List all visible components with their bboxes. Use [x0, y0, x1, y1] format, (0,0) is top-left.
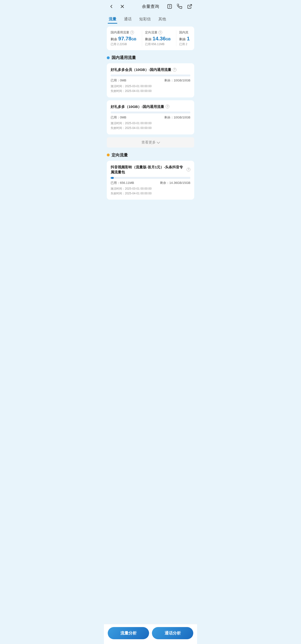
show-more-label: 查看更多 [141, 140, 156, 145]
svg-text:?: ? [169, 5, 170, 8]
svg-line-4 [189, 4, 192, 7]
package-name-1: 好礼多多会员（10GB）-国内通用流量 ? [111, 67, 190, 72]
pkg2-progress-bar [111, 112, 190, 114]
traffic-analysis-button[interactable]: 流量分析 [108, 627, 149, 639]
top-bar: 余量查询 ? [104, 0, 197, 13]
pkg3-used: 已用：656.11MB [111, 181, 134, 185]
pkg3-progress-bar [111, 177, 190, 179]
pkg3-time: 激活时间：2025-03-01 00:00:00 失效时间：2025-04-01… [111, 186, 190, 196]
call-analysis-button[interactable]: 通话分析 [152, 627, 193, 639]
pkg3-remaining: 剩余：14.36GB/15GB [160, 181, 190, 185]
package-card-3: 抖音视频彩铃（流量版-首月1元）-头条抖音专属流量包 ? 已用：656.11MB… [107, 161, 194, 200]
pkg2-stats: 已用：0MB 剩余：10GB/10GB [111, 115, 190, 120]
summary-domestic-label: 国内通用流量 ? [111, 30, 140, 34]
summary-domestic-value: 剩余 97.78GB [111, 36, 140, 42]
pkg3-help-icon[interactable]: ? [187, 168, 190, 172]
summary-other-used: 已用 2 [179, 42, 190, 46]
directional-section-title: 定向流量 [112, 152, 128, 158]
service-button[interactable] [176, 3, 183, 10]
tab-call[interactable]: 通话 [123, 15, 133, 24]
pkg1-remaining: 剩余：10GB/10GB [164, 78, 190, 82]
show-more-button[interactable]: 查看更多 [107, 137, 194, 148]
pkg1-used: 已用：0MB [111, 78, 126, 82]
pkg3-expire: 失效时间：2025-04-01 00:00:00 [111, 191, 190, 196]
summary-directional: 定向流量 ? 剩余 14.36GB 已用 656.11MB [142, 30, 174, 46]
top-bar-left [108, 3, 126, 10]
pkg1-activate: 激活时间：2025-03-01 00:00:00 [111, 84, 190, 88]
summary-domestic-used: 已用 2.22GB [111, 42, 140, 46]
close-button[interactable] [119, 3, 126, 10]
pkg2-help-icon[interactable]: ? [166, 104, 169, 108]
summary-other: 国内其 剩余 1 已用 2 [176, 30, 190, 46]
top-bar-right: ? [166, 3, 193, 10]
summary-other-value: 剩余 1 [179, 36, 190, 42]
pkg2-used: 已用：0MB [111, 115, 126, 120]
pkg1-time: 激活时间：2025-03-01 00:00:00 失效时间：2025-04-01… [111, 84, 190, 94]
package-name-2: 好礼多多（10GB）-国内通用流量 ? [111, 104, 190, 109]
pkg3-activate: 激活时间：2025-03-01 00:00:00 [111, 186, 190, 191]
bottom-bar: 流量分析 通话分析 [104, 624, 197, 644]
summary-domestic: 国内通用流量 ? 剩余 97.78GB 已用 2.22GB [111, 30, 140, 46]
pkg1-progress-bar [111, 74, 190, 76]
domestic-section-title: 国内通用流量 [112, 55, 136, 60]
summary-directional-label: 定向流量 ? [145, 30, 174, 34]
back-button[interactable] [108, 3, 115, 10]
package-card-2: 好礼多多（10GB）-国内通用流量 ? 已用：0MB 剩余：10GB/10GB … [107, 100, 194, 134]
pkg2-remaining: 剩余：10GB/10GB [164, 115, 190, 120]
pkg1-stats: 已用：0MB 剩余：10GB/10GB [111, 78, 190, 82]
package-card-1: 好礼多多会员（10GB）-国内通用流量 ? 已用：0MB 剩余：10GB/10G… [107, 63, 194, 98]
tab-other[interactable]: 其他 [157, 15, 167, 24]
summary-directional-help-icon[interactable]: ? [158, 30, 162, 34]
pkg3-progress-fill [111, 177, 114, 179]
directional-dot [107, 154, 110, 156]
pkg1-expire: 失效时间：2025-04-01 00:00:00 [111, 88, 190, 93]
main-content: 国内通用流量 好礼多多会员（10GB）-国内通用流量 ? 已用：0MB 剩余：1… [104, 55, 197, 226]
chevron-down-icon [157, 140, 160, 144]
page-title: 余量查询 [142, 4, 159, 9]
pkg2-activate: 激活时间：2025-03-01 00:00:00 [111, 121, 190, 126]
directional-section-header: 定向流量 [107, 152, 194, 158]
summary-directional-used: 已用 656.11MB [145, 42, 174, 46]
share-button[interactable] [186, 3, 193, 10]
pkg2-expire: 失效时间：2025-04-01 00:00:00 [111, 126, 190, 130]
pkg3-stats: 已用：656.11MB 剩余：14.36GB/15GB [111, 181, 190, 185]
summary-card: 国内通用流量 ? 剩余 97.78GB 已用 2.22GB 定向流量 ? 剩余 … [107, 26, 194, 50]
domestic-section-header: 国内通用流量 [107, 55, 194, 60]
summary-other-label: 国内其 [179, 30, 190, 34]
package-name-3: 抖音视频彩铃（流量版-首月1元）-头条抖音专属流量包 ? [111, 164, 190, 174]
pkg2-time: 激活时间：2025-03-01 00:00:00 失效时间：2025-04-01… [111, 121, 190, 130]
tab-sms[interactable]: 短彩信 [138, 15, 152, 24]
domestic-dot [107, 56, 110, 59]
help-button[interactable]: ? [166, 3, 173, 10]
summary-directional-value: 剩余 14.36GB [145, 36, 174, 42]
pkg1-help-icon[interactable]: ? [173, 68, 177, 72]
tab-bar: 流量 通话 短彩信 其他 [104, 13, 197, 24]
summary-domestic-help-icon[interactable]: ? [130, 30, 134, 34]
tab-traffic[interactable]: 流量 [108, 15, 117, 24]
